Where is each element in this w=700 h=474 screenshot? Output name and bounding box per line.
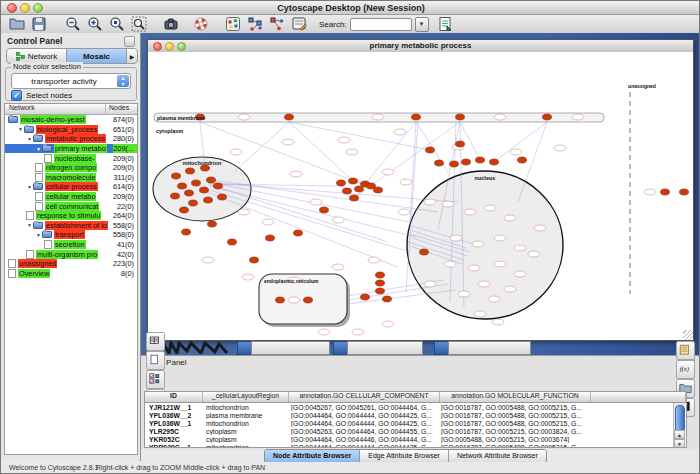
- minimized-window-fragment[interactable]: [448, 341, 531, 355]
- selected-gene-node[interactable]: [320, 207, 329, 213]
- selected-gene-node[interactable]: [337, 180, 346, 186]
- attribute-select-icon[interactable]: [146, 332, 165, 351]
- more-tabs-arrow[interactable]: ▶: [127, 49, 137, 63]
- network-layout-icon-1[interactable]: [247, 16, 263, 32]
- table-column-header[interactable]: [591, 392, 686, 402]
- table-row[interactable]: YPL036W__2plasma membrane[GO:0044464, GO…: [145, 411, 686, 419]
- network-tree-item[interactable]: multi-organism pro42(0): [5, 249, 137, 259]
- tree-expand-arrow[interactable]: ▼: [35, 232, 42, 238]
- gene-node[interactable]: [382, 321, 394, 327]
- scrollbar-thumb[interactable]: [675, 405, 685, 433]
- gene-node[interactable]: [400, 179, 412, 185]
- gene-node[interactable]: [444, 261, 456, 267]
- gene-node[interactable]: [242, 274, 254, 280]
- notes-icon[interactable]: [676, 341, 695, 360]
- gene-node[interactable]: [510, 149, 522, 155]
- gene-node[interactable]: [464, 209, 476, 215]
- selected-gene-node[interactable]: [266, 235, 275, 241]
- selected-gene-node[interactable]: [518, 157, 527, 163]
- tree-column-network[interactable]: Network: [5, 104, 106, 114]
- open-session-icon[interactable]: [9, 16, 25, 32]
- gene-node[interactable]: [262, 219, 274, 225]
- selected-gene-node[interactable]: [285, 114, 294, 120]
- select-attributes-icon[interactable]: [146, 370, 165, 389]
- gene-node[interactable]: [504, 215, 516, 221]
- network-tree-item[interactable]: cellular metabo209(0): [5, 192, 137, 202]
- tree-column-nodes[interactable]: Nodes: [106, 104, 137, 114]
- zoom-in-icon[interactable]: [87, 16, 103, 32]
- gene-node[interactable]: [352, 329, 364, 335]
- selected-gene-node[interactable]: [361, 294, 370, 300]
- selected-gene-node[interactable]: [189, 200, 198, 206]
- selected-gene-node[interactable]: [250, 257, 259, 263]
- gene-node[interactable]: [494, 235, 506, 241]
- gene-node[interactable]: [368, 257, 380, 263]
- table-row[interactable]: YKR052Ccytoplasm[GO:0044464, GO:0044446,…: [145, 435, 686, 443]
- gene-node[interactable]: [478, 281, 490, 287]
- gene-node[interactable]: [492, 319, 504, 325]
- selected-gene-node[interactable]: [462, 159, 471, 165]
- network-edge[interactable]: [289, 122, 430, 150]
- selected-gene-node[interactable]: [180, 207, 189, 213]
- selected-gene-node[interactable]: [192, 180, 201, 186]
- selected-gene-node[interactable]: [276, 297, 285, 303]
- gene-node[interactable]: [318, 329, 330, 335]
- network-edge[interactable]: [494, 122, 547, 162]
- selected-gene-node[interactable]: [182, 229, 191, 235]
- table-row[interactable]: YLR295Ccytoplasm[GO:0045263, GO:0044464,…: [145, 427, 686, 435]
- vizmapper-icon[interactable]: [225, 16, 241, 32]
- minimized-window-fragment[interactable]: [347, 341, 423, 355]
- gene-node[interactable]: [442, 201, 454, 207]
- table-row[interactable]: YPL036W__1mitochondrion[GO:0044464, GO:0…: [145, 419, 686, 427]
- selected-gene-node[interactable]: [456, 114, 465, 120]
- network-tree-item[interactable]: mosaic-demo-yeast874(0): [5, 115, 137, 125]
- gene-node[interactable]: [282, 139, 294, 145]
- select-nodes-checkbox[interactable]: ✓: [11, 90, 22, 101]
- gene-node[interactable]: [458, 291, 470, 297]
- table-row[interactable]: YDR039C__1mitochondrion[GO:0044464, GO:0…: [145, 443, 686, 448]
- gene-node[interactable]: [424, 281, 436, 287]
- network-tree-item[interactable]: nitrogen compo209(0): [5, 163, 137, 173]
- selected-gene-node[interactable]: [171, 193, 180, 199]
- selected-gene-node[interactable]: [218, 194, 227, 200]
- gene-node[interactable]: [484, 205, 496, 211]
- import-network-icon[interactable]: [437, 16, 453, 32]
- network-layout-icon-2[interactable]: [269, 16, 285, 32]
- selected-gene-node[interactable]: [450, 161, 459, 167]
- tab-mosaic[interactable]: Mosaic: [67, 49, 127, 63]
- tree-expand-arrow[interactable]: ▼: [26, 136, 33, 142]
- gene-node[interactable]: [424, 199, 436, 205]
- table-row[interactable]: YJR121W__1mitochondrion[GO:0045267, GO:0…: [145, 403, 686, 411]
- gene-node[interactable]: [288, 297, 300, 303]
- selected-gene-node[interactable]: [490, 159, 499, 165]
- network-snapshot-icon[interactable]: [163, 16, 179, 32]
- gene-node[interactable]: [332, 264, 344, 270]
- selected-gene-node[interactable]: [420, 249, 429, 255]
- network-edge[interactable]: [460, 122, 480, 160]
- gene-node[interactable]: [494, 261, 506, 267]
- function-builder-icon[interactable]: f(x): [676, 360, 695, 379]
- selected-gene-node[interactable]: [228, 239, 237, 245]
- gene-node[interactable]: [310, 199, 322, 205]
- gene-node[interactable]: [644, 189, 656, 195]
- network-tree-item[interactable]: ▼cellular process614(0): [5, 182, 137, 192]
- search-dropdown-arrow[interactable]: ▼: [415, 17, 429, 32]
- selected-gene-node[interactable]: [178, 183, 187, 189]
- gene-node[interactable]: [534, 225, 546, 231]
- scroll-down-button[interactable]: ▼: [674, 439, 685, 448]
- selected-gene-node[interactable]: [456, 141, 465, 147]
- selected-gene-node[interactable]: [208, 221, 217, 227]
- gene-node[interactable]: [382, 169, 394, 175]
- selected-gene-node[interactable]: [200, 187, 209, 193]
- selected-gene-node[interactable]: [214, 183, 223, 189]
- selected-gene-node[interactable]: [294, 230, 303, 236]
- tree-expand-arrow[interactable]: ▼: [26, 222, 33, 228]
- gene-node[interactable]: [338, 137, 350, 143]
- network-tree-item[interactable]: nucleobase-209(0): [5, 153, 137, 163]
- gene-node[interactable]: [488, 296, 500, 302]
- network-tree-item[interactable]: ▼biological_process651(0): [5, 125, 137, 135]
- scroll-up-button[interactable]: ▲: [674, 430, 685, 439]
- gene-node[interactable]: [346, 149, 358, 155]
- tree-expand-arrow[interactable]: ▼: [35, 146, 42, 152]
- annotation-icon[interactable]: [291, 16, 307, 32]
